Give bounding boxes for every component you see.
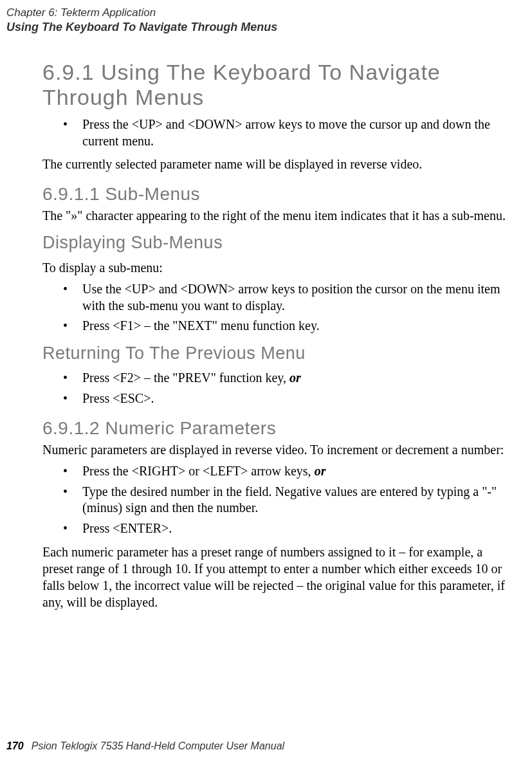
page-footer: 170Psion Teklogix 7535 Hand-Held Compute…	[6, 740, 284, 752]
heading-displaying-submenus: Displaying Sub-Menus	[42, 233, 514, 253]
list-item: Press the <RIGHT> or <LEFT> arrow keys, …	[63, 463, 514, 480]
list-item: Press <F2> – the "PREV" function key, or	[63, 370, 514, 387]
list-item: Press <F1> – the "NEXT" menu function ke…	[63, 318, 514, 335]
chapter-line: Chapter 6: Tekterm Application	[6, 6, 514, 19]
emphasis-or: or	[289, 371, 301, 385]
list-691: Press the <UP> and <DOWN> arrow keys to …	[42, 116, 514, 149]
footer-text: Psion Teklogix 7535 Hand-Held Computer U…	[32, 740, 284, 751]
paragraph: Each numeric parameter has a preset rang…	[42, 544, 514, 610]
list-item: Press <ESC>.	[63, 390, 514, 407]
page-content: 6.9.1 Using The Keyboard To Navigate Thr…	[0, 60, 514, 610]
list-numeric: Press the <RIGHT> or <LEFT> arrow keys, …	[42, 463, 514, 536]
list-submenu: Use the <UP> and <DOWN> arrow keys to po…	[42, 281, 514, 335]
heading-6-9-1-2: 6.9.1.2 Numeric Parameters	[42, 418, 514, 439]
paragraph: The "»" character appearing to the right…	[42, 207, 514, 224]
list-item-text: Press <F2> – the "PREV" function key,	[82, 371, 289, 385]
heading-6-9-1-1: 6.9.1.1 Sub-Menus	[42, 184, 514, 205]
heading-returning-previous-menu: Returning To The Previous Menu	[42, 344, 514, 363]
list-item: Press <ENTER>.	[63, 520, 514, 537]
paragraph: To display a sub-menu:	[42, 259, 514, 276]
page-header: Chapter 6: Tekterm Application Using The…	[0, 6, 514, 34]
emphasis-or: or	[315, 464, 326, 478]
list-item-text: Press the <RIGHT> or <LEFT> arrow keys,	[82, 464, 315, 478]
paragraph: The currently selected parameter name wi…	[42, 156, 514, 172]
list-item: Press the <UP> and <DOWN> arrow keys to …	[63, 116, 514, 149]
page-number: 170	[6, 740, 24, 751]
list-return: Press <F2> – the "PREV" function key, or…	[42, 370, 514, 407]
list-item: Type the desired number in the field. Ne…	[63, 484, 514, 517]
heading-6-9-1: 6.9.1 Using The Keyboard To Navigate Thr…	[42, 60, 514, 110]
header-title: Using The Keyboard To Navigate Through M…	[6, 21, 514, 34]
paragraph: Numeric parameters are displayed in reve…	[42, 441, 514, 458]
list-item: Use the <UP> and <DOWN> arrow keys to po…	[63, 281, 514, 314]
